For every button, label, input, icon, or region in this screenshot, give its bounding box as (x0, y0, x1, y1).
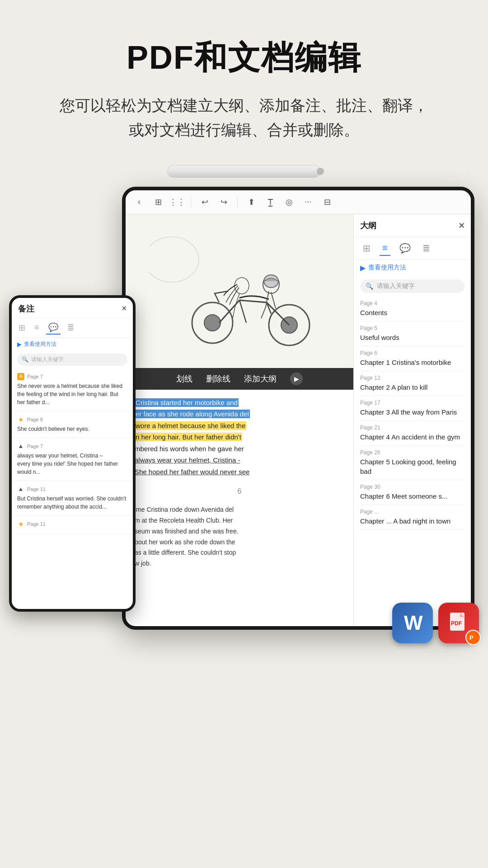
phone-tab-notes[interactable]: 💬 (46, 321, 61, 335)
outline-item-chapter2[interactable]: Page 12 Chapter 2 A plan to kill (360, 371, 465, 396)
toolbar-sep-2 (237, 197, 238, 207)
outline-page-17: Page 17 (360, 400, 465, 406)
grid-button[interactable]: ⋮⋮ (170, 195, 184, 209)
phone-panel-header: 备注 × (12, 298, 133, 318)
outline-page-30: Page 30 (360, 484, 465, 490)
outline-chapter-3: Chapter 3 All the way from Paris (360, 407, 465, 417)
outline-help-text: 查看使用方法 (368, 264, 406, 272)
pdf-icon-svg: PDF (446, 611, 471, 635)
phone-help-text: 查看使用方法 (24, 340, 56, 348)
note-item-3[interactable]: ▲ Page 7 always wear your helmet, Cristi… (12, 438, 133, 481)
outline-chapter-useful-words: Useful words (360, 333, 465, 342)
outline-help-link[interactable]: ▶ 查看使用方法 (354, 260, 471, 276)
outline-panel: 大纲 × ⊞ ≡ 💬 ≣ ▶ 查看使用方法 🔍 请输入关键字 (353, 214, 471, 626)
text-button[interactable]: T̲ (263, 195, 277, 209)
phone-play-icon: ▶ (17, 341, 22, 348)
note-page-label-2: ★ Page 8 (17, 416, 127, 423)
undo-button[interactable]: ↩ (197, 195, 212, 209)
outline-tab-layout[interactable]: ⊞ (360, 241, 373, 255)
play-button[interactable]: ▶ (290, 373, 303, 385)
pdf-badge-icon: P (469, 633, 478, 642)
outline-item-contents[interactable]: Page 4 Contents (360, 297, 465, 321)
back-button[interactable]: ‹ (132, 195, 146, 209)
share-button[interactable]: ⬆ (244, 195, 258, 209)
outline-search-bar[interactable]: 🔍 请输入关键字 (360, 279, 465, 293)
outline-item-chapter5[interactable]: Page 26 Chapter 5 Looking good, feeling … (360, 446, 465, 480)
pdf-app-icon[interactable]: PDF P (438, 603, 479, 643)
highlighted-text-blue: Cristina started her motorbike and (135, 398, 239, 407)
outline-item-chapter3[interactable]: Page 17 Chapter 3 All the way from Paris (360, 396, 465, 421)
highlighted-text-yellow-1: wore a helmet because she liked the (135, 421, 246, 430)
highlighted-text-yellow-2: n her long hair. But her father didn't (135, 433, 242, 441)
outline-page-6: Page 6 (360, 350, 465, 356)
page-title: PDF和文档编辑 (18, 36, 470, 80)
outline-page-last: Page ... (360, 509, 465, 515)
outline-item-chapter4[interactable]: Page 21 Chapter 4 An accident in the gym (360, 421, 465, 446)
outline-chapter-4: Chapter 4 An accident in the gym (360, 432, 465, 442)
outline-item-useful-words[interactable]: Page 5 Useful words (360, 321, 465, 346)
search-placeholder-text: 请输入关键字 (377, 282, 415, 290)
markup-button[interactable]: ◎ (282, 195, 296, 209)
pdf-badge: P (465, 630, 481, 645)
outline-tab-list[interactable]: ≡ (380, 241, 390, 256)
note-page-label-3: ▲ Page 7 (17, 443, 127, 450)
outline-tab-comments[interactable]: 💬 (397, 241, 413, 255)
outline-tab-settings[interactable]: ≣ (420, 241, 433, 255)
outline-item-chapter7[interactable]: Page ... Chapter ... A bad night in town (360, 505, 465, 530)
add-outline-tool[interactable]: 添加大纲 (244, 373, 277, 384)
outline-page-26: Page 26 (360, 449, 465, 456)
panel-button[interactable]: ⊟ (320, 195, 334, 209)
outline-page-21: Page 21 (360, 425, 465, 431)
note-item-5[interactable]: ★ Page 11 (12, 516, 133, 534)
svg-text:W: W (404, 612, 423, 634)
phone-notes-panel: 备注 × ⊞ ≡ 💬 ≣ ▶ 查看使用方法 🔍 请输入关键字 A Page 7 … (9, 295, 136, 612)
main-tablet: ‹ ⊞ ⋮⋮ ↩ ↪ ⬆ T̲ ◎ ··· ⊟ (122, 187, 474, 630)
phone-tab-settings[interactable]: ≣ (65, 321, 76, 334)
outline-page-4: Page 4 (360, 300, 465, 307)
phone-search-placeholder: 请输入关键字 (31, 356, 64, 363)
note-page-label-4: ▲ Page 11 (17, 486, 127, 493)
underlined-text-1: always wear your helmet, Cristina - (135, 456, 240, 464)
search-icon: 🔍 (366, 283, 373, 290)
outline-close-button[interactable]: × (459, 220, 465, 231)
phone-help-link[interactable]: ▶ 查看使用方法 (12, 338, 133, 351)
note-item-4[interactable]: ▲ Page 11 But Cristina herself was worri… (12, 481, 133, 516)
word-app-icon[interactable]: W (392, 603, 433, 643)
doc-toolbar: ‹ ⊞ ⋮⋮ ↩ ↪ ⬆ T̲ ◎ ··· ⊟ (126, 190, 471, 214)
outline-list: Page 4 Contents Page 5 Useful words Page… (354, 297, 471, 626)
outline-chapter-5: Chapter 5 Looking good, feeling bad (360, 457, 465, 476)
app-icons-area: W PDF P (392, 603, 479, 643)
note-icon-3: ▲ (17, 443, 24, 450)
toolbar-sep-1 (191, 197, 191, 207)
phone-tab-layout[interactable]: ⊞ (16, 321, 28, 334)
document-area: 划线 删除线 添加大纲 ▶ Cristina started her motor… (126, 214, 353, 626)
outline-page-12: Page 12 (360, 375, 465, 381)
word-icon-svg: W (400, 611, 425, 635)
tablet-area: ‹ ⊞ ⋮⋮ ↩ ↪ ⬆ T̲ ◎ ··· ⊟ (0, 178, 488, 657)
more-button[interactable]: ··· (301, 195, 315, 209)
play-icon: ▶ (360, 264, 366, 272)
underlined-text-2: She hoped her father would never see (135, 468, 249, 476)
motorcycle-illustration (149, 223, 330, 359)
redo-button[interactable]: ↪ (216, 195, 231, 209)
note-page-label-5: ★ Page 11 (17, 520, 127, 528)
doc-illustration (126, 214, 353, 368)
note-item-1[interactable]: A Page 7 She never wore a helmet because… (12, 368, 133, 411)
underline-tool[interactable]: 划线 (176, 373, 192, 384)
strikethrough-tool[interactable]: 删除线 (206, 373, 230, 384)
outline-page-5: Page 5 (360, 325, 465, 331)
outline-chapter-2: Chapter 2 A plan to kill (360, 382, 465, 392)
notes-close-button[interactable]: × (122, 304, 127, 313)
note-icon-2: ★ (17, 416, 24, 423)
note-item-2[interactable]: ★ Page 8 She couldn't believe her eyes. (12, 411, 133, 438)
outline-item-chapter1[interactable]: Page 6 Chapter 1 Cristina's motorbike (360, 346, 465, 371)
text-edit-toolbar: 划线 删除线 添加大纲 ▶ (126, 368, 353, 390)
svg-point-2 (204, 315, 221, 331)
outline-item-chapter6[interactable]: Page 30 Chapter 6 Meet someone s... (360, 480, 465, 505)
svg-point-0 (149, 237, 199, 282)
notes-title: 备注 (18, 303, 34, 314)
phone-search-bar[interactable]: 🔍 请输入关键字 (17, 354, 127, 366)
phone-tab-list[interactable]: ≡ (32, 321, 42, 334)
layout-button[interactable]: ⊞ (151, 195, 165, 209)
outline-tabs: ⊞ ≡ 💬 ≣ (354, 237, 471, 260)
